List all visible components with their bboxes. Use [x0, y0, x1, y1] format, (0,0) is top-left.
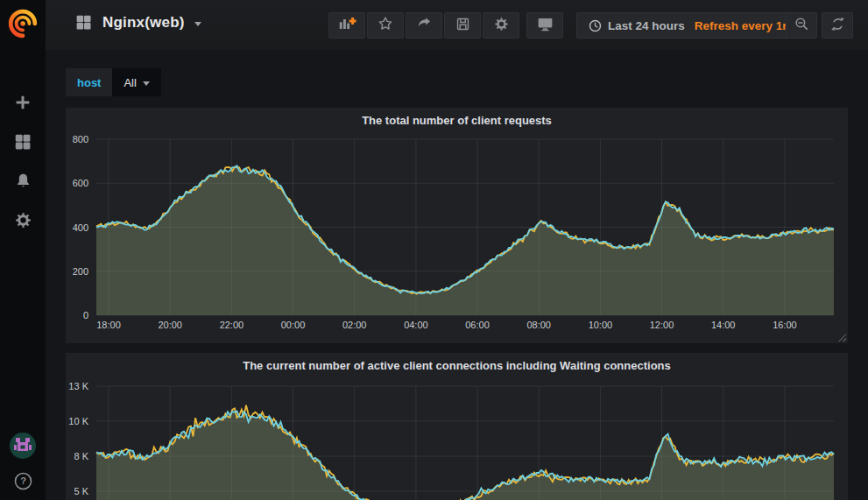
svg-text:12:00: 12:00 — [650, 320, 674, 330]
svg-text:16:00: 16:00 — [773, 320, 797, 330]
star-dashboard-button[interactable] — [367, 12, 404, 39]
sidebar-item-create[interactable] — [0, 84, 46, 123]
grafana-app: ? Nginx(web) — [0, 0, 868, 500]
add-panel-icon — [337, 14, 356, 37]
dashboard-settings-gear-icon — [493, 16, 510, 36]
cycle-view-monitor-icon — [536, 15, 554, 37]
dashboards-grid-icon — [13, 132, 32, 155]
refresh-icon — [829, 16, 846, 36]
plus-icon — [13, 93, 32, 116]
chevron-down-icon — [143, 81, 150, 86]
svg-text:400: 400 — [73, 222, 88, 233]
svg-text:10 K: 10 K — [68, 416, 88, 426]
sidebar-bottom: ? — [0, 426, 46, 500]
share-icon — [415, 15, 433, 36]
svg-text:8 K: 8 K — [74, 451, 88, 461]
cycle-view-button[interactable] — [526, 12, 563, 39]
requests-chart[interactable]: 020040060080018:0020:0022:0000:0002:0004… — [66, 132, 848, 343]
help-question-icon: ? — [13, 471, 33, 495]
svg-text:5 K: 5 K — [74, 486, 88, 496]
submenu-variables: host All — [66, 68, 868, 96]
main-area: Nginx(web) — [46, 0, 868, 500]
panel-title[interactable]: The current number of active client conn… — [66, 353, 848, 377]
dashboard-navbar: Nginx(web) — [46, 0, 868, 50]
clock-icon — [589, 19, 602, 32]
sidebar-item-alerting[interactable] — [0, 163, 46, 202]
svg-text:800: 800 — [73, 134, 88, 144]
save-icon — [455, 16, 471, 36]
variable-host-dropdown[interactable]: All — [112, 68, 160, 96]
time-range-picker[interactable]: Last 24 hours Refresh every 1m — [576, 12, 805, 39]
svg-text:?: ? — [20, 475, 26, 486]
svg-text:0: 0 — [83, 310, 88, 320]
zoom-out-icon — [794, 16, 810, 36]
sidebar-item-configuration[interactable] — [0, 202, 46, 242]
svg-text:02:00: 02:00 — [342, 320, 367, 330]
refresh-interval-label: Refresh every 1m — [695, 19, 794, 32]
svg-text:200: 200 — [73, 266, 88, 277]
dashboard-toolbar — [328, 12, 519, 39]
user-avatar[interactable] — [0, 426, 46, 465]
svg-text:600: 600 — [73, 178, 88, 188]
svg-text:10:00: 10:00 — [589, 320, 613, 330]
svg-text:18:00: 18:00 — [96, 320, 121, 330]
sidebar-nav — [0, 84, 46, 242]
variable-host-label: host — [66, 68, 112, 96]
share-dashboard-button[interactable] — [406, 12, 442, 39]
variable-host: host All — [66, 68, 161, 96]
panel-active-connections: The current number of active client conn… — [66, 353, 848, 500]
svg-text:08:00: 08:00 — [526, 320, 551, 330]
svg-text:00:00: 00:00 — [281, 320, 306, 330]
svg-text:20:00: 20:00 — [158, 320, 182, 330]
svg-text:14:00: 14:00 — [711, 320, 736, 330]
sidebar-item-dashboards[interactable] — [0, 123, 46, 163]
page-title: Nginx(web) — [102, 14, 185, 32]
svg-text:13 K: 13 K — [68, 381, 88, 391]
grafana-logo[interactable] — [8, 9, 38, 39]
dashboard-grid-icon — [74, 13, 93, 32]
chevron-down-icon — [194, 22, 201, 26]
dashboard-settings-button[interactable] — [483, 12, 519, 39]
time-range-label: Last 24 hours — [608, 19, 685, 32]
svg-text:06:00: 06:00 — [465, 320, 490, 330]
panel-title[interactable]: The total number of client requests — [66, 108, 848, 132]
star-icon — [377, 15, 394, 36]
variable-host-value: All — [123, 76, 136, 89]
svg-text:22:00: 22:00 — [220, 320, 244, 330]
refresh-dashboard-button[interactable] — [822, 12, 853, 39]
zoom-out-button[interactable] — [786, 12, 817, 39]
dashboard-title-dropdown[interactable]: Nginx(web) — [74, 13, 201, 32]
alerting-bell-icon — [14, 172, 32, 194]
svg-text:04:00: 04:00 — [404, 320, 428, 330]
configuration-gear-icon — [14, 211, 32, 233]
sidebar: ? — [0, 0, 46, 500]
connections-chart[interactable]: 5 K8 K10 K13 K — [66, 377, 848, 500]
save-dashboard-button[interactable] — [444, 12, 481, 39]
sidebar-item-help[interactable]: ? — [0, 465, 46, 500]
panel-client-requests: The total number of client requests 0200… — [66, 108, 848, 343]
add-panel-button[interactable] — [328, 12, 365, 39]
